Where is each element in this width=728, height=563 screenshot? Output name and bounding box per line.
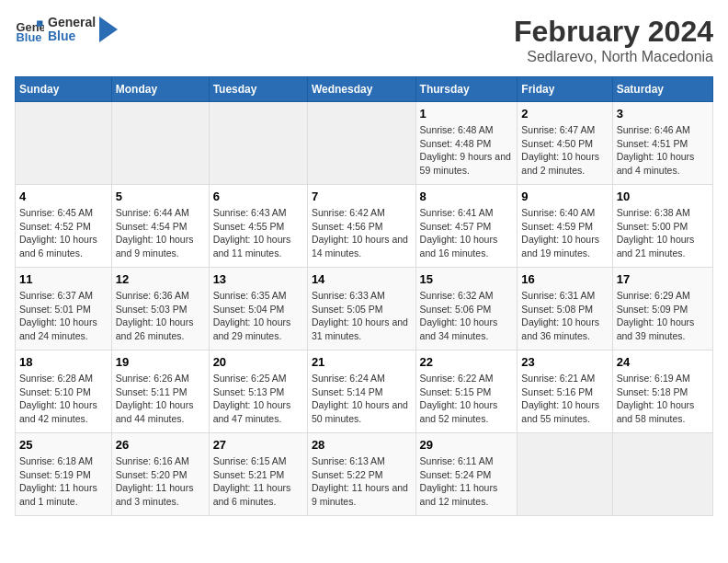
day-number: 7 [312,190,412,203]
day-info: Sunrise: 6:42 AMSunset: 4:56 PMDaylight:… [312,206,412,260]
col-thursday: Thursday [415,77,518,102]
day-info: Sunrise: 6:40 AMSunset: 4:59 PMDaylight:… [521,206,608,260]
calendar-cell: 19Sunrise: 6:26 AMSunset: 5:11 PMDayligh… [111,350,209,433]
day-info: Sunrise: 6:36 AMSunset: 5:03 PMDaylight:… [116,289,205,343]
calendar-cell [612,433,712,516]
day-number: 19 [116,355,205,369]
day-number: 24 [617,355,709,369]
calendar-cell: 27Sunrise: 6:15 AMSunset: 5:21 PMDayligh… [209,433,307,516]
calendar-cell: 10Sunrise: 6:38 AMSunset: 5:00 PMDayligh… [612,185,712,268]
calendar-cell: 26Sunrise: 6:16 AMSunset: 5:20 PMDayligh… [111,433,209,516]
day-info: Sunrise: 6:35 AMSunset: 5:04 PMDaylight:… [213,289,303,343]
calendar-cell: 9Sunrise: 6:40 AMSunset: 4:59 PMDaylight… [518,185,612,268]
day-info: Sunrise: 6:31 AMSunset: 5:08 PMDaylight:… [521,289,608,343]
day-info: Sunrise: 6:22 AMSunset: 5:15 PMDaylight:… [420,372,514,426]
day-number: 8 [420,190,514,203]
day-number: 11 [19,272,108,286]
calendar-cell: 11Sunrise: 6:37 AMSunset: 5:01 PMDayligh… [16,268,112,350]
calendar-cell: 18Sunrise: 6:28 AMSunset: 5:10 PMDayligh… [16,350,112,433]
calendar-cell [111,102,209,185]
calendar-table: Sunday Monday Tuesday Wednesday Thursday… [15,76,713,516]
calendar-cell: 2Sunrise: 6:47 AMSunset: 4:50 PMDaylight… [518,102,612,185]
day-info: Sunrise: 6:43 AMSunset: 4:55 PMDaylight:… [213,206,303,260]
day-number: 20 [213,355,303,369]
day-info: Sunrise: 6:16 AMSunset: 5:20 PMDaylight:… [116,454,205,509]
calendar-cell: 29Sunrise: 6:11 AMSunset: 5:24 PMDayligh… [415,433,518,516]
day-number: 23 [521,355,608,369]
day-number: 26 [116,438,205,452]
calendar-cell: 8Sunrise: 6:41 AMSunset: 4:57 PMDaylight… [415,185,518,268]
logo-icon: General Blue [15,15,44,44]
week-row-4: 25Sunrise: 6:18 AMSunset: 5:19 PMDayligh… [16,433,713,516]
calendar-cell: 15Sunrise: 6:32 AMSunset: 5:06 PMDayligh… [415,268,518,350]
calendar-cell: 21Sunrise: 6:24 AMSunset: 5:14 PMDayligh… [307,350,415,433]
calendar-cell [16,102,112,185]
day-number: 4 [19,190,108,203]
day-number: 18 [19,355,108,369]
day-number: 13 [213,272,303,286]
header-row: Sunday Monday Tuesday Wednesday Thursday… [16,77,713,102]
calendar-cell: 13Sunrise: 6:35 AMSunset: 5:04 PMDayligh… [209,268,307,350]
calendar-cell: 5Sunrise: 6:44 AMSunset: 4:54 PMDaylight… [111,185,209,268]
logo: General Blue General Blue [15,15,118,44]
day-number: 27 [213,438,303,452]
calendar-cell: 3Sunrise: 6:46 AMSunset: 4:51 PMDaylight… [612,102,712,185]
day-info: Sunrise: 6:13 AMSunset: 5:22 PMDaylight:… [312,454,412,509]
day-number: 3 [617,107,709,121]
day-info: Sunrise: 6:15 AMSunset: 5:21 PMDaylight:… [213,454,303,509]
calendar-cell: 12Sunrise: 6:36 AMSunset: 5:03 PMDayligh… [111,268,209,350]
day-info: Sunrise: 6:19 AMSunset: 5:18 PMDaylight:… [617,372,709,426]
week-row-0: 1Sunrise: 6:48 AMSunset: 4:48 PMDaylight… [16,102,713,185]
day-info: Sunrise: 6:18 AMSunset: 5:19 PMDaylight:… [19,454,108,509]
calendar-cell: 7Sunrise: 6:42 AMSunset: 4:56 PMDaylight… [307,185,415,268]
calendar-cell: 1Sunrise: 6:48 AMSunset: 4:48 PMDaylight… [415,102,518,185]
day-number: 12 [116,272,205,286]
calendar-cell: 16Sunrise: 6:31 AMSunset: 5:08 PMDayligh… [518,268,612,350]
day-number: 16 [521,272,608,286]
col-sunday: Sunday [16,77,112,102]
main-title: February 2024 [514,15,713,49]
day-info: Sunrise: 6:37 AMSunset: 5:01 PMDaylight:… [19,289,108,343]
logo-general: General [48,16,96,29]
logo-arrow-icon [99,17,118,42]
week-row-2: 11Sunrise: 6:37 AMSunset: 5:01 PMDayligh… [16,268,713,350]
day-number: 5 [116,190,205,203]
calendar-cell: 17Sunrise: 6:29 AMSunset: 5:09 PMDayligh… [612,268,712,350]
calendar-cell: 20Sunrise: 6:25 AMSunset: 5:13 PMDayligh… [209,350,307,433]
day-number: 29 [420,438,514,452]
week-row-3: 18Sunrise: 6:28 AMSunset: 5:10 PMDayligh… [16,350,713,433]
day-info: Sunrise: 6:48 AMSunset: 4:48 PMDaylight:… [420,123,514,178]
calendar-cell: 23Sunrise: 6:21 AMSunset: 5:16 PMDayligh… [518,350,612,433]
day-number: 14 [312,272,412,286]
title-block: February 2024 Sedlarevo, North Macedonia [514,15,713,65]
week-row-1: 4Sunrise: 6:45 AMSunset: 4:52 PMDaylight… [16,185,713,268]
calendar-cell [307,102,415,185]
day-info: Sunrise: 6:45 AMSunset: 4:52 PMDaylight:… [19,206,108,260]
day-info: Sunrise: 6:32 AMSunset: 5:06 PMDaylight:… [420,289,514,343]
day-info: Sunrise: 6:24 AMSunset: 5:14 PMDaylight:… [312,372,412,426]
day-number: 21 [312,355,412,369]
day-number: 9 [521,190,608,203]
sub-title: Sedlarevo, North Macedonia [514,49,713,65]
page-header: General Blue General Blue February 2024 … [15,15,713,65]
calendar-cell: 6Sunrise: 6:43 AMSunset: 4:55 PMDaylight… [209,185,307,268]
svg-marker-4 [99,17,118,42]
col-saturday: Saturday [612,77,712,102]
logo-blue: Blue [48,29,96,43]
calendar-cell: 25Sunrise: 6:18 AMSunset: 5:19 PMDayligh… [16,433,112,516]
day-info: Sunrise: 6:44 AMSunset: 4:54 PMDaylight:… [116,206,205,260]
day-info: Sunrise: 6:47 AMSunset: 4:50 PMDaylight:… [521,123,608,178]
day-info: Sunrise: 6:33 AMSunset: 5:05 PMDaylight:… [312,289,412,343]
day-number: 6 [213,190,303,203]
col-tuesday: Tuesday [209,77,307,102]
day-number: 28 [312,438,412,452]
calendar-cell: 24Sunrise: 6:19 AMSunset: 5:18 PMDayligh… [612,350,712,433]
day-number: 15 [420,272,514,286]
day-info: Sunrise: 6:11 AMSunset: 5:24 PMDaylight:… [420,454,514,509]
calendar-cell [209,102,307,185]
day-number: 2 [521,107,608,121]
calendar-cell: 4Sunrise: 6:45 AMSunset: 4:52 PMDaylight… [16,185,112,268]
svg-text:Blue: Blue [17,30,42,44]
day-info: Sunrise: 6:26 AMSunset: 5:11 PMDaylight:… [116,372,205,426]
day-info: Sunrise: 6:29 AMSunset: 5:09 PMDaylight:… [617,289,709,343]
